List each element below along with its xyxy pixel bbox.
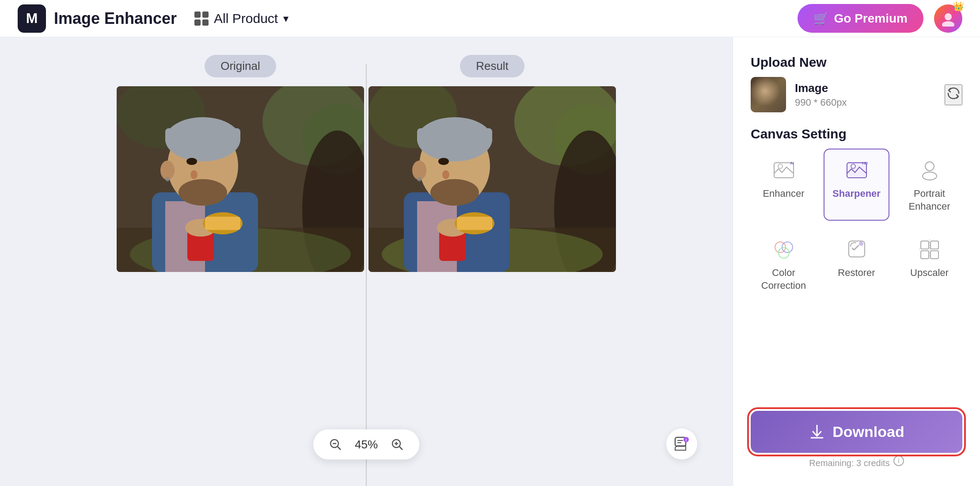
go-premium-label: Go Premium bbox=[834, 11, 908, 26]
logo-letter: M bbox=[26, 10, 38, 27]
svg-point-14 bbox=[179, 179, 227, 206]
remaining-credits-text: Remaining: 3 credits bbox=[809, 458, 889, 468]
grid-icon bbox=[194, 11, 209, 26]
tool-upscaler-label: Upscaler bbox=[910, 267, 949, 279]
svg-point-1 bbox=[942, 21, 954, 27]
svg-rect-13 bbox=[165, 128, 240, 144]
sharpener-icon: HD bbox=[844, 158, 869, 181]
tool-upscaler[interactable]: Upscaler bbox=[896, 228, 962, 300]
zoom-value: 45% bbox=[353, 438, 380, 452]
replace-icon bbox=[946, 85, 961, 101]
result-image bbox=[368, 86, 616, 272]
svg-rect-34 bbox=[417, 128, 492, 144]
info-icon: i bbox=[893, 455, 904, 466]
svg-rect-70 bbox=[931, 241, 938, 249]
original-label: Original bbox=[205, 55, 276, 77]
upload-new-section: Upload New Image 990 * 660px bbox=[751, 55, 962, 112]
image-thumbnail bbox=[751, 77, 786, 112]
svg-rect-71 bbox=[921, 251, 929, 259]
feedback-button[interactable]: ! bbox=[666, 429, 697, 459]
tool-color-correction-label: Color Correction bbox=[755, 267, 812, 292]
canvas-area: Original bbox=[0, 37, 733, 486]
result-side: Result bbox=[366, 55, 618, 272]
tool-restorer-label: Restorer bbox=[838, 267, 875, 279]
go-premium-button[interactable]: 🛒 Go Premium bbox=[798, 4, 923, 33]
image-name: Image bbox=[795, 81, 936, 95]
result-label: Result bbox=[460, 55, 524, 77]
svg-point-17 bbox=[186, 158, 197, 165]
svg-point-35 bbox=[430, 179, 479, 206]
svg-rect-69 bbox=[921, 241, 929, 249]
canvas-setting-title: Canvas Setting bbox=[751, 126, 962, 142]
canvas-setting-section: Canvas Setting AI Enhancer bbox=[751, 126, 962, 300]
zoom-in-button[interactable] bbox=[388, 436, 406, 453]
feedback-icon: ! bbox=[674, 436, 690, 452]
tool-portrait-enhancer[interactable]: Portrait Enhancer bbox=[896, 149, 962, 221]
zoom-out-button[interactable] bbox=[327, 436, 344, 453]
tool-sharpener[interactable]: HD Sharpener bbox=[824, 149, 889, 221]
image-compare: Original bbox=[114, 55, 618, 272]
original-side: Original bbox=[114, 55, 366, 272]
user-icon bbox=[940, 11, 956, 27]
tool-color-correction[interactable]: Color Correction bbox=[751, 228, 817, 300]
header: M Image Enhancer All Product ▾ 🛒 Go Prem… bbox=[0, 0, 980, 37]
upscaler-icon bbox=[917, 237, 942, 260]
image-meta: Image 990 * 660px bbox=[795, 81, 936, 108]
download-label: Download bbox=[832, 423, 904, 440]
all-product-button[interactable]: All Product ▾ bbox=[194, 11, 289, 26]
portrait-enhancer-icon bbox=[917, 158, 942, 181]
original-photo-svg bbox=[117, 86, 364, 272]
svg-text:!: ! bbox=[686, 438, 687, 442]
svg-point-68 bbox=[859, 241, 863, 246]
download-button[interactable]: Download bbox=[751, 411, 962, 453]
tool-enhancer[interactable]: AI Enhancer bbox=[751, 149, 817, 221]
image-info-row: Image 990 * 660px bbox=[751, 77, 962, 112]
svg-point-18 bbox=[190, 170, 198, 179]
download-icon bbox=[809, 424, 825, 440]
svg-point-63 bbox=[923, 172, 937, 180]
svg-point-65 bbox=[782, 242, 793, 253]
original-image bbox=[117, 86, 364, 272]
svg-point-39 bbox=[442, 170, 449, 179]
svg-text:HD: HD bbox=[862, 161, 868, 165]
svg-point-37 bbox=[417, 177, 422, 181]
svg-point-57 bbox=[778, 164, 782, 168]
zoom-controls: 45% bbox=[313, 429, 419, 459]
app-title: Image Enhancer bbox=[54, 9, 177, 28]
zoom-out-icon bbox=[329, 438, 342, 451]
svg-rect-43 bbox=[457, 217, 492, 230]
right-panel: Upload New Image 990 * 660px bbox=[733, 37, 980, 486]
svg-point-38 bbox=[438, 158, 449, 165]
enhancer-icon: AI bbox=[771, 158, 796, 181]
svg-point-66 bbox=[779, 248, 789, 258]
tool-restorer[interactable]: Restorer bbox=[824, 228, 889, 300]
svg-point-0 bbox=[945, 13, 952, 20]
chevron-down-icon: ▾ bbox=[283, 12, 289, 25]
svg-point-16 bbox=[165, 177, 170, 181]
cart-icon: 🛒 bbox=[813, 11, 829, 26]
main-content: Original bbox=[0, 37, 980, 486]
color-correction-icon bbox=[771, 237, 796, 260]
svg-text:AI: AI bbox=[790, 161, 794, 165]
upload-new-title: Upload New bbox=[751, 55, 962, 70]
avatar[interactable] bbox=[934, 4, 962, 33]
svg-rect-22 bbox=[205, 217, 240, 230]
svg-line-46 bbox=[338, 447, 341, 450]
download-section: Download Remaining: 3 credits i bbox=[751, 411, 962, 468]
svg-line-50 bbox=[399, 447, 403, 450]
image-dimensions: 990 * 660px bbox=[795, 97, 936, 108]
header-right: 🛒 Go Premium bbox=[798, 4, 962, 33]
tool-portrait-enhancer-label: Portrait Enhancer bbox=[901, 188, 958, 213]
remaining-credits: Remaining: 3 credits i bbox=[751, 453, 962, 468]
tool-sharpener-label: Sharpener bbox=[832, 188, 881, 200]
result-photo-svg bbox=[368, 86, 616, 272]
tool-enhancer-label: Enhancer bbox=[763, 188, 804, 200]
logo: M bbox=[18, 4, 46, 33]
restorer-icon bbox=[844, 237, 869, 260]
svg-rect-72 bbox=[931, 251, 938, 259]
all-product-label: All Product bbox=[214, 11, 278, 26]
tool-grid: AI Enhancer HD Sharpe bbox=[751, 149, 962, 300]
zoom-in-icon bbox=[391, 438, 404, 451]
replace-image-button[interactable] bbox=[945, 84, 962, 105]
svg-point-62 bbox=[925, 162, 934, 171]
